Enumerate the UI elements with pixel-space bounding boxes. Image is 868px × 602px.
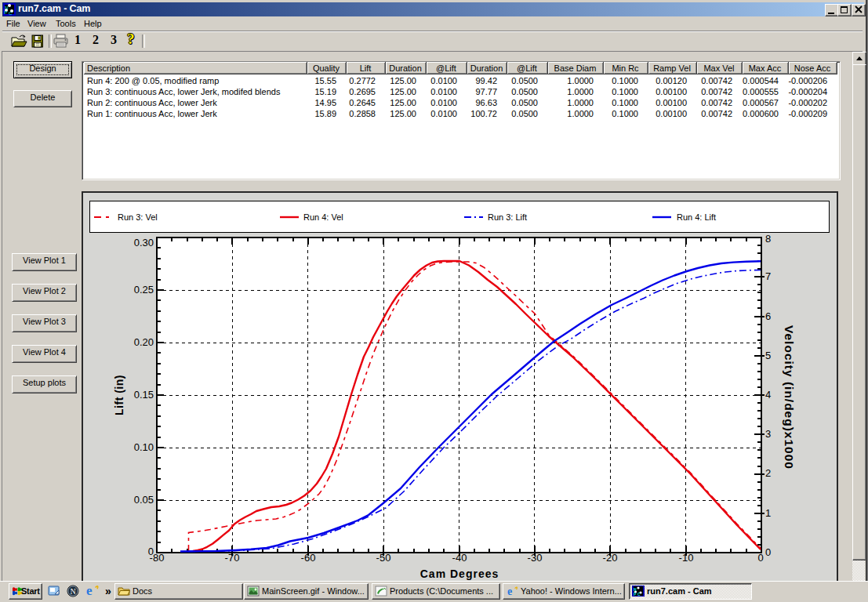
svg-text:Lift (in): Lift (in) — [113, 375, 125, 415]
svg-text:3: 3 — [765, 428, 771, 440]
svg-text:N: N — [71, 587, 76, 596]
svg-text:-20: -20 — [603, 552, 618, 564]
svg-text:e: e — [86, 584, 93, 597]
svg-text:5: 5 — [765, 350, 771, 361]
svg-text:-30: -30 — [528, 552, 543, 564]
svg-text:8: 8 — [765, 233, 771, 245]
svg-text:-10: -10 — [679, 552, 694, 564]
svg-text:0.15: 0.15 — [134, 389, 154, 401]
svg-text:0: 0 — [757, 552, 763, 564]
svg-text:Velocity (in/deg)x1000: Velocity (in/deg)x1000 — [783, 325, 796, 470]
svg-text:-50: -50 — [376, 552, 391, 564]
svg-text:-80: -80 — [150, 552, 165, 564]
svg-text:P: P — [4, 10, 7, 15]
svg-text:e: e — [507, 586, 512, 597]
svg-text:6: 6 — [765, 310, 771, 322]
svg-text:C: C — [9, 11, 13, 16]
svg-text:0: 0 — [765, 546, 771, 558]
svg-text:0.10: 0.10 — [134, 441, 154, 453]
svg-text:7: 7 — [765, 270, 771, 282]
svg-text:C: C — [637, 592, 641, 597]
svg-text:0.05: 0.05 — [134, 494, 154, 506]
svg-text:0.25: 0.25 — [134, 284, 154, 296]
svg-text:-40: -40 — [452, 552, 467, 564]
svg-text:1: 1 — [765, 507, 771, 519]
svg-text:4: 4 — [765, 389, 771, 401]
svg-text:-70: -70 — [225, 552, 240, 564]
svg-text:2: 2 — [765, 467, 771, 479]
svg-text:0.20: 0.20 — [134, 336, 154, 348]
svg-text:Cam Degrees: Cam Degrees — [420, 568, 499, 580]
svg-text:-60: -60 — [301, 552, 316, 564]
svg-text:0.30: 0.30 — [134, 237, 154, 248]
